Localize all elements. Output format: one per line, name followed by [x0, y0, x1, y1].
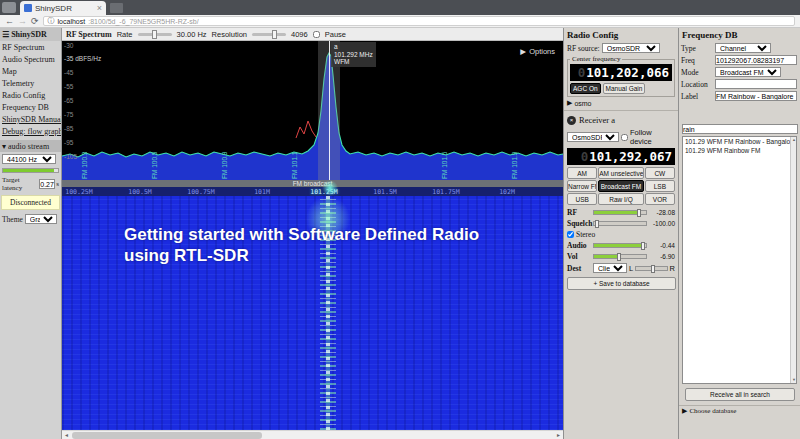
sidebar-item-audio-spectrum[interactable]: Audio Spectrum — [0, 53, 61, 65]
caption-line-2: using RTL-SDR — [124, 245, 479, 266]
freq-input[interactable] — [715, 55, 797, 65]
browser-menu-button[interactable] — [2, 2, 16, 13]
label-label: Label — [681, 92, 715, 101]
db-list-scrollbar[interactable]: ▲ ▼ — [790, 137, 796, 383]
sidebar-item-map[interactable]: Map — [0, 65, 61, 77]
scroll-left-icon[interactable]: ◄ — [62, 431, 71, 439]
options-button[interactable]: ▶ Options — [520, 47, 555, 56]
audio-stream-section-header[interactable]: ▾ audio stream — [0, 140, 61, 152]
scroll-up-icon[interactable]: ▲ — [791, 137, 797, 143]
resolution-slider[interactable] — [252, 33, 286, 36]
new-tab-button[interactable] — [110, 3, 123, 13]
resolution-slider-thumb[interactable] — [272, 30, 277, 39]
rate-slider-thumb[interactable] — [152, 30, 157, 39]
caret-right-icon: ▶ — [520, 47, 526, 56]
destination-label: Dest — [567, 264, 591, 273]
channel-label[interactable]: FM 100.9 — [221, 152, 228, 179]
rf-spectrum-plot[interactable]: a 101.292 MHz WFM ▶ Options -30 -35 dBFS… — [62, 41, 563, 180]
receiver-frequency-display[interactable]: 0 101,292,067 — [567, 148, 675, 165]
volume-slider-thumb[interactable] — [617, 253, 621, 261]
rf-gain-slider[interactable] — [593, 210, 647, 215]
sidebar-item-debug-flow-graph[interactable]: Debug: flow graph — [0, 125, 61, 137]
channel-label[interactable]: FM 101.5 — [441, 152, 448, 179]
mode-lsb-button[interactable]: LSB — [645, 180, 675, 192]
db-result-item[interactable]: 101.29 WFM Rainbow FM — [683, 146, 796, 155]
frequency-scale[interactable]: 100.25M 100.5M 100.75M 101M 101.25M 101.… — [62, 187, 563, 196]
theme-select[interactable]: Gray — [25, 214, 57, 224]
squelch-slider-thumb[interactable] — [595, 220, 599, 228]
location-input[interactable] — [715, 79, 797, 89]
browser-tab[interactable]: ShinySDR × — [20, 1, 106, 15]
mode-am-unselective-button[interactable]: AM unselective — [598, 167, 643, 179]
rate-slider[interactable] — [138, 33, 172, 36]
audio-gain-slider[interactable] — [593, 243, 647, 248]
sidebar-item-frequency-db[interactable]: Frequency DB — [0, 101, 61, 113]
horizontal-scrollbar[interactable]: ◄ ► — [62, 430, 563, 439]
pause-checkbox[interactable] — [313, 31, 320, 38]
rf-gain-slider-thumb[interactable] — [637, 209, 641, 217]
db-search-input[interactable] — [682, 124, 798, 134]
balance-slider[interactable] — [635, 266, 667, 271]
receiver-tuning-line[interactable] — [329, 41, 330, 180]
reload-icon[interactable]: ⟳ — [31, 16, 39, 26]
agc-on-button[interactable]: AGC On — [570, 83, 601, 94]
scroll-down-icon[interactable]: ▼ — [791, 377, 797, 383]
receiver-close-icon[interactable]: × — [567, 116, 576, 125]
type-select[interactable]: Channel — [715, 43, 771, 53]
channel-label[interactable]: FM 101.1 — [291, 152, 298, 179]
sample-rate-select[interactable]: 44100 Hz — [2, 154, 56, 164]
receiver-header: × Receiver a — [564, 113, 678, 127]
scroll-right-icon[interactable]: ► — [554, 431, 563, 439]
mode-select[interactable]: Broadcast FM — [715, 67, 781, 77]
audio-gain-slider-thumb[interactable] — [641, 242, 645, 250]
url-bar[interactable]: ⓘ localhost:8100/5d_-6_79NE5GR5HR-RZ-sb/ — [43, 16, 795, 26]
receive-all-button[interactable]: Receive all in search — [685, 388, 795, 401]
mode-am-button[interactable]: AM — [567, 167, 597, 179]
follow-device-checkbox[interactable] — [621, 134, 628, 141]
channel-label[interactable]: FM 101.9 — [511, 152, 518, 179]
db-axis-tick: -30 — [64, 42, 73, 49]
info-icon[interactable]: ⓘ — [48, 16, 55, 26]
mode-broadcast-fm-button[interactable]: Broadcast FM — [598, 180, 643, 192]
manual-gain-button[interactable]: Manual Gain — [603, 83, 646, 94]
stereo-checkbox[interactable] — [567, 231, 574, 238]
save-to-database-button[interactable]: + Save to database — [567, 277, 676, 290]
device-section-toggle[interactable]: ▶ osmo — [564, 98, 678, 108]
channel-label[interactable]: FM 100.5 — [151, 152, 158, 179]
mode-cw-button[interactable]: CW — [645, 167, 675, 179]
channel-label[interactable]: FM 100.3 — [81, 152, 88, 179]
receiver-frequency-digits: 101,292,067 — [589, 149, 672, 164]
mode-narrow-fm-button[interactable]: Narrow FM — [567, 180, 597, 192]
receiver-source-select[interactable]: OsmoSDR — [567, 132, 619, 142]
choose-database-label: Choose database — [689, 407, 736, 415]
balance-right-label: R — [670, 264, 675, 273]
target-latency-input[interactable] — [39, 179, 55, 189]
waterfall-display[interactable]: Getting started with Software Defined Ra… — [62, 196, 563, 430]
volume-slider[interactable] — [593, 254, 647, 259]
choose-database-toggle[interactable]: ▶ Choose database — [679, 405, 800, 416]
horizontal-scrollbar-thumb[interactable] — [72, 432, 262, 439]
db-result-list: 101.29 WFM FM Rainbow - Bangalore 101.29… — [682, 136, 797, 384]
mode-usb-button[interactable]: USB — [567, 193, 597, 205]
video-caption: Getting started with Software Defined Ra… — [124, 224, 479, 266]
tab-close-icon[interactable]: × — [97, 4, 102, 12]
menu-icon[interactable]: ☰ — [2, 30, 9, 39]
label-input[interactable] — [715, 91, 797, 101]
center-frequency-display[interactable]: 0 101,202,066 — [570, 64, 672, 81]
back-icon[interactable]: ← — [5, 16, 14, 26]
forward-icon[interactable]: → — [18, 16, 27, 26]
rf-gain-value: -28.08 — [649, 209, 675, 216]
divider — [564, 110, 678, 111]
balance-slider-thumb[interactable] — [651, 265, 655, 273]
mode-vor-button[interactable]: VOR — [645, 193, 675, 205]
sidebar-item-manual[interactable]: ShinySDR Manual — [0, 113, 61, 125]
destination-select[interactable]: Client — [593, 263, 627, 273]
mode-raw-iq-button[interactable]: Raw I/Q — [598, 193, 643, 205]
squelch-slider[interactable] — [593, 221, 647, 226]
app-title: ShinySDR — [11, 30, 47, 39]
sidebar-item-radio-config[interactable]: Radio Config — [0, 89, 61, 101]
db-result-item[interactable]: 101.29 WFM FM Rainbow - Bangalore — [683, 137, 796, 146]
sidebar-item-telemetry[interactable]: Telemetry — [0, 77, 61, 89]
sidebar-item-rf-spectrum[interactable]: RF Spectrum — [0, 41, 61, 53]
rf-source-select[interactable]: OsmoSDR — [602, 43, 660, 53]
